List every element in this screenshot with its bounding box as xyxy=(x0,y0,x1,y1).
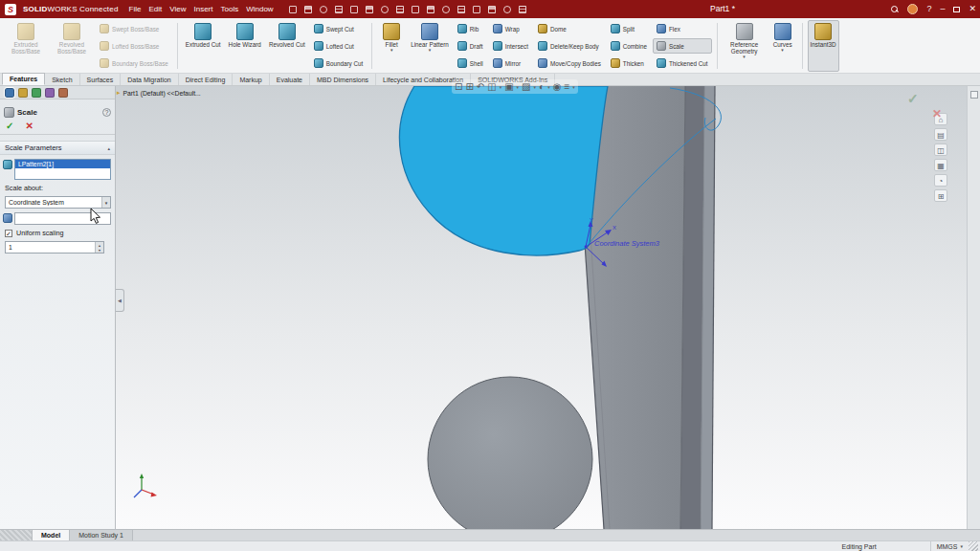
hide-show-items-icon[interactable]: ◐ xyxy=(539,82,545,92)
dropdown-caret-icon[interactable]: ▾ xyxy=(101,197,110,208)
tab-data-migration[interactable]: Data Migration xyxy=(121,74,179,85)
lofted-cut-button[interactable]: Lofted Cut xyxy=(310,38,368,54)
display-style-icon[interactable]: ▨ xyxy=(522,82,530,92)
menu-window[interactable]: Window xyxy=(246,5,273,13)
combine-button[interactable]: Combine xyxy=(607,38,651,54)
open-icon[interactable] xyxy=(319,4,329,14)
confirmation-cancel-icon[interactable]: ✕ xyxy=(932,107,942,121)
coordinate-system-label[interactable]: Coordinate System3 xyxy=(594,239,660,248)
tab-mbd-dimensions[interactable]: MBD Dimensions xyxy=(310,74,376,85)
splitter-grip[interactable] xyxy=(0,530,33,540)
help-icon[interactable]: ? xyxy=(926,5,931,13)
instant3d-button[interactable]: Instant3D xyxy=(808,20,839,72)
tab-features[interactable]: Features xyxy=(2,73,45,85)
zoom-area-icon[interactable]: ⊞ xyxy=(465,82,473,92)
boundary-cut-button[interactable]: Boundary Cut xyxy=(310,55,368,71)
pin-icon[interactable] xyxy=(288,4,299,14)
zoom-fit-icon[interactable]: ⊡ xyxy=(455,82,462,92)
custom-properties-icon[interactable]: ⊞ xyxy=(934,189,947,202)
scale-button[interactable]: Scale xyxy=(653,38,712,54)
print-icon[interactable] xyxy=(349,4,360,14)
delete-keep-body-button[interactable]: Delete/Keep Body xyxy=(534,38,605,54)
task-pane-pin-icon[interactable] xyxy=(970,91,978,99)
intersect-button[interactable]: Intersect xyxy=(489,38,532,54)
split-button[interactable]: Split xyxy=(607,21,651,36)
display-manager-tab-icon[interactable] xyxy=(58,88,68,98)
3d-scene[interactable]: Y X Coordinate System3 xyxy=(0,86,967,529)
draft-button[interactable]: Draft xyxy=(454,38,487,54)
design-library-icon[interactable]: ▤ xyxy=(934,128,947,141)
feature-tree-flyout[interactable]: ▸ Part1 (Default) <<Default... xyxy=(117,89,201,97)
flex-button[interactable]: Flex xyxy=(653,21,712,36)
previous-view-icon[interactable]: ↶ xyxy=(477,82,484,92)
revolved-cut-button[interactable]: Revolved Cut xyxy=(266,20,308,72)
menu-file[interactable]: File xyxy=(129,5,142,13)
task-pane-collapsed-bar[interactable] xyxy=(967,86,980,529)
smart-dimension-icon[interactable] xyxy=(426,4,436,14)
thickened-cut-button[interactable]: Thickened Cut xyxy=(653,55,712,71)
configurations-tab-icon[interactable] xyxy=(32,88,41,98)
view-palette-icon[interactable]: ▦ xyxy=(934,159,947,171)
help-icon[interactable]: ? xyxy=(102,108,111,117)
scale-factor-input[interactable]: 1 ▴▾ xyxy=(5,241,104,253)
wrap-button[interactable]: Wrap xyxy=(489,21,532,36)
new-icon[interactable] xyxy=(303,4,314,14)
rib-button[interactable]: Rib xyxy=(454,21,487,36)
section-view-icon[interactable]: ◫ xyxy=(487,82,496,92)
menu-edit[interactable]: Edit xyxy=(148,5,162,13)
view-orientation-icon[interactable]: ▣ xyxy=(504,82,513,92)
menu-tools[interactable]: Tools xyxy=(221,5,239,13)
move-copy-bodies-button[interactable]: Move/Copy Bodies xyxy=(534,55,605,71)
maximize-button[interactable] xyxy=(953,7,960,12)
view-settings-icon[interactable]: ≡ xyxy=(564,82,569,92)
file-properties-icon[interactable] xyxy=(518,4,528,14)
confirmation-ok-icon[interactable]: ✓ xyxy=(907,91,919,106)
menu-insert[interactable]: Insert xyxy=(193,5,212,13)
flyout-root-label[interactable]: Part1 (Default) <<Default... xyxy=(123,90,201,97)
resize-grip[interactable] xyxy=(969,541,978,551)
close-button[interactable]: ✕ xyxy=(969,5,976,13)
appearance-icon[interactable] xyxy=(487,4,498,14)
user-avatar[interactable] xyxy=(907,4,918,14)
uniform-scaling-checkbox[interactable]: ✓ xyxy=(5,230,12,237)
select-icon[interactable] xyxy=(395,4,406,14)
minimize-button[interactable]: – xyxy=(940,5,945,13)
undo-icon[interactable] xyxy=(365,4,375,14)
linear-pattern-button[interactable]: Linear Pattern▾ xyxy=(408,20,452,72)
measure-icon[interactable] xyxy=(441,4,452,14)
hole-wizard-button[interactable]: Hole Wizard xyxy=(226,20,264,72)
options-icon[interactable] xyxy=(502,4,513,14)
thicken-button[interactable]: Thicken xyxy=(607,55,651,71)
section-view-icon[interactable] xyxy=(457,4,467,14)
edit-appearance-icon[interactable]: ◉ xyxy=(553,82,562,92)
redo-icon[interactable] xyxy=(380,4,390,14)
feature-tree-tab-icon[interactable] xyxy=(18,88,28,98)
extruded-cut-button[interactable]: Extruded Cut xyxy=(183,20,224,72)
spin-down-icon[interactable]: ▾ xyxy=(99,248,100,253)
scale-parameters-group[interactable]: Scale Parameters ▴ xyxy=(0,141,115,155)
panel-collapse-arrow[interactable]: ◀ xyxy=(116,289,124,312)
shell-button[interactable]: Shell xyxy=(454,55,487,71)
save-icon[interactable] xyxy=(334,4,345,14)
bodies-selection-list[interactable]: LPattern2[1] xyxy=(14,159,111,180)
tab-model[interactable]: Model xyxy=(33,530,70,540)
swept-cut-button[interactable]: Swept Cut xyxy=(310,21,368,36)
curves-button[interactable]: Curves▾ xyxy=(768,20,797,72)
tab-evaluate[interactable]: Evaluate xyxy=(270,74,310,85)
tab-direct-editing[interactable]: Direct Editing xyxy=(179,74,234,85)
cancel-button[interactable]: ✕ xyxy=(25,121,33,131)
units-selector[interactable]: MMGS ▾ xyxy=(930,541,969,551)
spinner-buttons[interactable]: ▴▾ xyxy=(95,242,103,253)
fillet-button[interactable]: Fillet▾ xyxy=(377,20,406,72)
dome-button[interactable]: Dome xyxy=(534,21,605,36)
tab-surfaces[interactable]: Surfaces xyxy=(80,74,122,85)
sketch-icon[interactable] xyxy=(411,4,421,14)
ok-button[interactable]: ✓ xyxy=(6,121,13,131)
appearances-icon[interactable]: ◔ xyxy=(934,174,947,187)
reference-geometry-button[interactable]: Reference Geometry▾ xyxy=(723,20,767,72)
scale-about-dropdown[interactable]: Coordinate System ▾ xyxy=(5,196,111,209)
tab-markup[interactable]: Markup xyxy=(233,74,269,85)
search-icon[interactable] xyxy=(891,6,899,13)
selection-item[interactable]: LPattern2[1] xyxy=(15,160,110,168)
flyout-arrow-icon[interactable]: ▸ xyxy=(117,89,121,97)
